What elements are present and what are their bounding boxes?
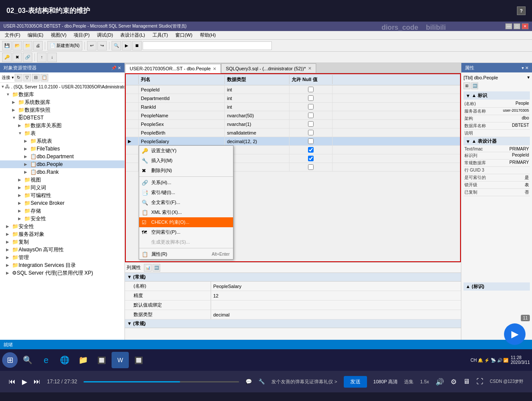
cell-empty3-type[interactable] (225, 163, 289, 171)
toolbar-btn-1[interactable]: 💾 (2, 41, 12, 50)
prop-name-value[interactable]: PeopleSalary (211, 282, 243, 291)
sidebar-item-replication[interactable]: ▶ 📁 复制 (0, 238, 124, 246)
sidebar-collapse[interactable]: ⊟ (32, 74, 40, 81)
float-play-button[interactable]: ▶ (504, 323, 526, 345)
vc-theater[interactable]: 🖥 (463, 378, 470, 385)
sidebar-item-security2[interactable]: ▶ 📁 安全性 (0, 222, 124, 230)
sidebar-item-alwayson[interactable]: ▶ 📁 AlwaysOn 高可用性 (0, 246, 124, 254)
cell-empty1-type[interactable] (225, 146, 289, 154)
cell-salary-type[interactable]: decimal(12, 2) (225, 137, 289, 145)
vc-fullscreen[interactable]: ⛶ (476, 378, 483, 385)
cell-peoplesex-name[interactable]: PeopleSex (139, 120, 225, 128)
expand-serverobj[interactable]: ▶ (6, 232, 12, 236)
cb-salary[interactable] (308, 138, 314, 144)
expand-management[interactable]: ▶ (6, 255, 12, 260)
expand-snapshot[interactable]: ▶ (12, 108, 18, 112)
menu-file[interactable]: 文件(F) (2, 31, 23, 39)
cb-empty3[interactable] (308, 164, 314, 170)
prop-datatype-value[interactable]: decimal (211, 310, 232, 319)
vc-speed[interactable]: 1.5x (420, 379, 429, 384)
cell-peoplesex-null[interactable] (289, 120, 333, 128)
expand-synonyms[interactable]: ▶ (18, 185, 24, 190)
vc-quality-label[interactable]: 1080P 高清 (373, 379, 398, 385)
connect-btn[interactable]: 连接 ▾ (2, 75, 14, 81)
prop-precision-value[interactable]: 12 (211, 291, 221, 300)
toolbar-btn-5[interactable]: ↩ (87, 41, 96, 50)
cell-peoplebirth-null[interactable] (289, 128, 333, 137)
sidebar-item-server[interactable]: ▼ 🖧 . (SQL Server 11.0.2100 - USER-20170… (0, 83, 124, 91)
taskbar-app2[interactable]: 🔲 (130, 352, 147, 368)
cell-salary-name[interactable]: PeopleSalary (139, 137, 225, 145)
sidebar-item-dbtest[interactable]: ▼ 🗄 DBTEST (0, 114, 124, 122)
sidebar-item-rank[interactable]: ▶ 📋 dbo.Rank (0, 168, 124, 176)
prop-section-general2[interactable]: ▼ (常规) (125, 320, 461, 328)
ctx-fulltext[interactable]: 🔍 全文索引(F)... (139, 197, 233, 207)
sidebar-item-security-db[interactable]: ▶ 📁 安全性 (0, 215, 124, 222)
expand-security-db[interactable]: ▶ (18, 216, 24, 221)
sidebar-properties[interactable]: 📋 (40, 74, 48, 81)
vc-prev[interactable]: ⏮ (9, 378, 16, 385)
sidebar-item-databases[interactable]: ▼ 📁 数据库 (0, 91, 124, 98)
cell-empty2-type[interactable] (225, 154, 289, 163)
expand-storage[interactable]: ▶ (18, 209, 24, 213)
menu-debug[interactable]: 调试(D) (94, 31, 115, 39)
expand-alwayson[interactable]: ▶ (6, 247, 12, 252)
expand-integration[interactable]: ▶ (6, 263, 12, 267)
expand-databases[interactable]: ▼ (6, 92, 12, 97)
cb-rankid[interactable] (308, 104, 314, 110)
tb2-btn-5[interactable]: ↓ (47, 53, 57, 62)
menu-edit[interactable]: 编辑(E) (25, 31, 46, 39)
vc-play[interactable]: ▶ (22, 378, 27, 386)
table-row[interactable]: PeopleBirth smalldatetime (126, 128, 460, 137)
expand-sqlagent[interactable]: ▶ (6, 271, 12, 275)
sidebar-item-systables[interactable]: ▶ 📁 系统表 (0, 137, 124, 145)
table-row-selected[interactable]: ▶ PeopleSalary decimal(12, 2) (126, 137, 460, 146)
cb-empty1[interactable] (308, 147, 314, 153)
cb-peoplename[interactable] (308, 113, 314, 118)
taskbar-chrome[interactable]: 🌐 (56, 352, 73, 368)
sidebar-item-management[interactable]: ▶ 📁 管理 (0, 254, 124, 261)
table-row[interactable]: PeopleSex nvarchar(1) (126, 120, 460, 128)
cell-peoplebirth-type[interactable]: smalldatetime (225, 128, 289, 137)
start-button[interactable]: ⊞ (2, 352, 18, 368)
right-panel-controls[interactable]: ▾ ✕ (522, 66, 529, 70)
cell-empty3-null[interactable] (289, 163, 333, 171)
menu-designer[interactable]: 表设计器(L) (118, 31, 147, 39)
taskbar-fileexplorer[interactable]: 📁 (75, 352, 92, 368)
rp-btn-1[interactable]: ⊞ (464, 82, 470, 89)
vc-volume[interactable]: 🔊 (436, 378, 444, 386)
sidebar-pin[interactable]: 📌 ✕ (111, 66, 121, 70)
sidebar-refresh[interactable]: ↻ (15, 74, 22, 81)
cb-peoplebirth[interactable] (308, 130, 314, 135)
toolbar-search[interactable] (143, 41, 272, 50)
prop-default-value[interactable] (211, 301, 215, 310)
vc-comment-placeholder[interactable]: 发个友善的弹幕见证弹幕礼仪 > (271, 379, 337, 385)
cell-deptid-name[interactable]: DepartmentId (139, 94, 225, 102)
vc-progress-bar[interactable] (84, 381, 239, 382)
sidebar-item-dept[interactable]: ▶ 📋 dbo.Department (0, 153, 124, 160)
sidebar-item-broker[interactable]: ▶ 📁 Service Broker (0, 199, 124, 207)
expand-systables[interactable]: ▶ (24, 139, 30, 143)
taskbar-ie[interactable]: e (37, 352, 55, 368)
tab-designer-close[interactable]: ✕ (213, 66, 216, 71)
ctx-xmlindex[interactable]: 📋 XML 索引(X)... (139, 207, 233, 217)
cell-peoplesex-type[interactable]: nvarchar(1) (225, 120, 289, 128)
ctx-insert-col[interactable]: 🔧 插入列(M) (139, 156, 233, 166)
taskbar-search[interactable]: 🔍 (19, 352, 36, 368)
tab-designer[interactable]: USER-20170305OR...ST - dbo.People ✕ (125, 64, 221, 73)
rp-section-designer[interactable]: ▼ ▲ 表设计器 (464, 137, 530, 145)
object-dropdown[interactable]: ▾ (527, 75, 530, 80)
toolbar-btn-6[interactable]: ↪ (97, 41, 107, 50)
tb2-btn-3[interactable]: 🔗 (23, 53, 32, 62)
table-row[interactable]: RankId int (126, 103, 460, 111)
table-row[interactable]: PeopleId int (126, 85, 460, 94)
toolbar-btn-2[interactable]: 📂 (12, 41, 22, 50)
cb-peoplesex[interactable] (308, 121, 314, 127)
sidebar-item-integration[interactable]: ▶ 📁 Integration Services 目录 (0, 261, 124, 269)
minimize-button[interactable]: — (505, 23, 512, 29)
help-button[interactable]: ? (517, 6, 526, 15)
expand-dbtest[interactable]: ▼ (12, 116, 18, 120)
sidebar-item-tables[interactable]: ▼ 📁 表 (0, 129, 124, 137)
menu-view[interactable]: 视图(V) (48, 31, 69, 39)
rp-btn-2[interactable]: 🔤 (471, 82, 478, 89)
